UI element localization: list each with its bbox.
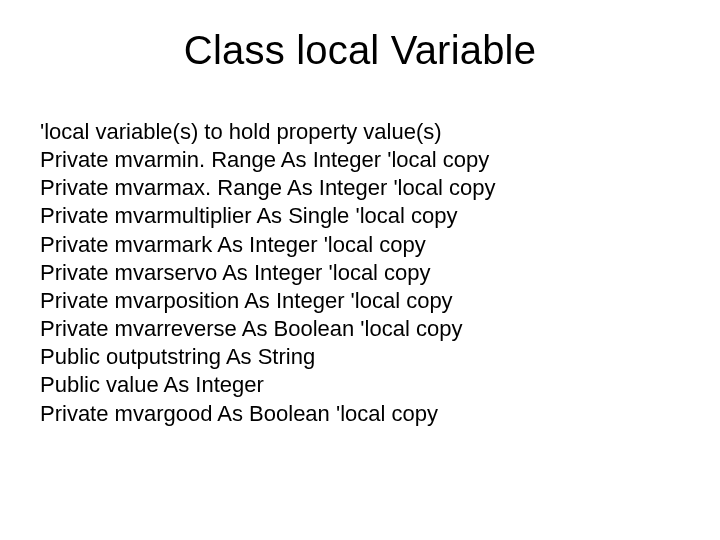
slide-body: 'local variable(s) to hold property valu… xyxy=(40,118,680,428)
code-line: Private mvarposition As Integer 'local c… xyxy=(40,287,680,315)
slide-title: Class local Variable xyxy=(0,28,720,73)
code-line: Private mvarmark As Integer 'local copy xyxy=(40,231,680,259)
slide: Class local Variable 'local variable(s) … xyxy=(0,0,720,540)
code-line: Private mvarreverse As Boolean 'local co… xyxy=(40,315,680,343)
code-line: Private mvarservo As Integer 'local copy xyxy=(40,259,680,287)
code-line: Private mvargood As Boolean 'local copy xyxy=(40,400,680,428)
code-line: Public value As Integer xyxy=(40,371,680,399)
code-line: 'local variable(s) to hold property valu… xyxy=(40,118,680,146)
code-line: Private mvarmax. Range As Integer 'local… xyxy=(40,174,680,202)
code-line: Private mvarmin. Range As Integer 'local… xyxy=(40,146,680,174)
code-line: Private mvarmultiplier As Single 'local … xyxy=(40,202,680,230)
code-line: Public outputstring As String xyxy=(40,343,680,371)
